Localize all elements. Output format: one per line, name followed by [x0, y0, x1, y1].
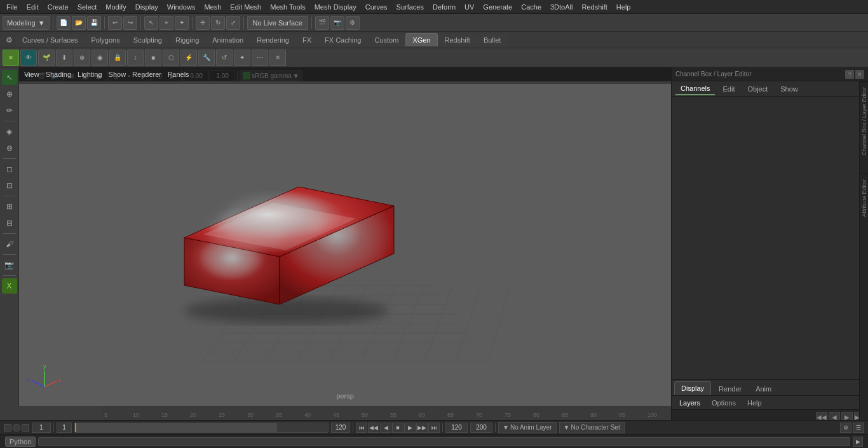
extrude-btn[interactable]: ⊟ — [2, 215, 17, 231]
play-begin-btn[interactable]: ⏮ — [356, 423, 367, 433]
current-frame-input[interactable] — [32, 423, 51, 433]
edge-tab-channel-box[interactable]: Channel Box / Layer Editor — [860, 81, 868, 161]
bevel-btn[interactable]: ⊞ — [2, 199, 17, 214]
vp-menu-shading[interactable]: Shading — [43, 69, 74, 79]
win-minimize[interactable] — [13, 424, 20, 431]
channels-tab-edit[interactable]: Edit — [717, 83, 740, 95]
play-back-btn[interactable]: ◀ — [380, 423, 391, 433]
panel-help-btn[interactable]: ? — [845, 70, 854, 79]
step-fwd-btn[interactable]: ▶▶ — [416, 423, 428, 433]
xgen-eye-btn[interactable]: ◉ — [92, 50, 108, 66]
tab-rigging[interactable]: Rigging — [169, 34, 205, 46]
menu-modify[interactable]: Modify — [102, 2, 130, 12]
tab-sculpting[interactable]: Sculpting — [127, 34, 168, 46]
playback-range[interactable] — [74, 423, 329, 433]
menu-select[interactable]: Select — [74, 2, 101, 12]
3d-scene[interactable]: x y z persp — [19, 98, 671, 406]
layers-tab-options[interactable]: Options — [707, 398, 741, 408]
live-surface-btn[interactable]: No Live Surface — [247, 16, 308, 30]
layers-tab-layers[interactable]: Layers — [674, 398, 705, 408]
play-fwd-btn[interactable]: ▶ — [404, 423, 416, 433]
win-restore[interactable] — [22, 424, 29, 431]
tab-bullet[interactable]: Bullet — [477, 34, 508, 46]
xgen-wrench-btn[interactable]: 🔧 — [198, 50, 215, 66]
tab-settings-btn[interactable]: ⚙ — [3, 34, 15, 46]
ipr-btn[interactable]: 📷 — [330, 16, 344, 30]
python-run-btn[interactable]: ▶ — [853, 437, 863, 447]
menu-uv[interactable]: UV — [461, 2, 478, 12]
xgen-lock-btn[interactable]: 🔒 — [109, 50, 126, 66]
undo-btn[interactable]: ↩ — [108, 16, 122, 30]
frame-rate-input[interactable] — [445, 423, 468, 433]
xgen-nav-btn[interactable]: X — [2, 278, 17, 294]
vp-menu-view[interactable]: View — [22, 69, 42, 79]
xgen-square-btn[interactable]: ■ — [145, 50, 161, 66]
tab-fx-caching[interactable]: FX Caching — [318, 34, 367, 46]
component-btn[interactable]: ⊡ — [2, 178, 17, 193]
menu-deform[interactable]: Deform — [429, 2, 459, 12]
menu-surfaces[interactable]: Surfaces — [393, 2, 428, 12]
xgen-plant-btn[interactable]: 🌱 — [38, 50, 55, 66]
display-tab-render[interactable]: Render — [712, 383, 748, 395]
menu-mesh-tools[interactable]: Mesh Tools — [266, 2, 309, 12]
tab-rendering[interactable]: Rendering — [250, 34, 295, 46]
panel-close-btn[interactable]: ✕ — [855, 70, 864, 79]
menu-help[interactable]: Help — [613, 2, 635, 12]
no-char-set-btn[interactable]: ▼ No Character Set — [559, 422, 625, 433]
menu-mesh[interactable]: Mesh — [200, 2, 225, 12]
pivot-btn[interactable]: ⊚ — [2, 140, 17, 156]
xgen-add-btn[interactable]: ⊕ — [74, 50, 90, 66]
win-icon[interactable] — [4, 424, 11, 431]
menu-generate[interactable]: Generate — [479, 2, 516, 12]
vp-menu-panels[interactable]: Panels — [165, 69, 192, 79]
save-scene-btn[interactable]: 💾 — [87, 16, 101, 30]
range-end-input[interactable] — [331, 423, 350, 433]
tab-polygons[interactable]: Polygons — [85, 34, 126, 46]
xgen-hex-btn[interactable]: ⬡ — [163, 50, 179, 66]
python-input[interactable] — [38, 437, 850, 446]
settings-btn[interactable]: ☰ — [853, 423, 864, 433]
menu-display[interactable]: Display — [132, 2, 162, 12]
edge-tab-attribute-editor[interactable]: Attribute Editor — [860, 173, 868, 222]
vp-menu-lighting[interactable]: Lighting — [75, 69, 105, 79]
lasso-tool-btn[interactable]: ⌖ — [159, 16, 173, 30]
xgen-visibility-btn[interactable]: 👁 — [20, 50, 37, 66]
xgen-brush-btn[interactable]: ✦ — [234, 50, 250, 66]
redo-btn[interactable]: ↪ — [123, 16, 137, 30]
no-anim-layer-btn[interactable]: ▼ No Anim Layer — [498, 422, 557, 433]
channels-tab-channels[interactable]: Channels — [675, 83, 715, 95]
sculpt-btn[interactable]: 🖌 — [2, 236, 17, 252]
transform-btn[interactable]: ⊕ — [2, 86, 17, 102]
xgen-close-btn[interactable]: ✕ — [269, 50, 286, 66]
play-end-btn[interactable]: ⏭ — [428, 423, 440, 433]
python-label[interactable]: Python — [5, 437, 36, 447]
channels-tab-object[interactable]: Object — [742, 83, 773, 95]
tab-curves-surfaces[interactable]: Curves / Surfaces — [16, 34, 84, 46]
vp-menu-renderer[interactable]: Renderer — [130, 69, 164, 79]
layers-tab-help[interactable]: Help — [742, 398, 767, 408]
show-hide-btn[interactable]: ◻ — [2, 161, 17, 177]
select-mode-btn[interactable]: ↖ — [2, 70, 17, 85]
xgen-import-btn[interactable]: ⬇ — [56, 50, 72, 66]
xgen-icon-btn[interactable]: ✕ — [3, 50, 19, 66]
display-tab-display[interactable]: Display — [674, 381, 711, 395]
xgen-arrow-btn[interactable]: ↕ — [127, 50, 144, 66]
menu-file[interactable]: File — [3, 2, 22, 12]
tab-animation[interactable]: Animation — [206, 34, 250, 46]
display-tab-anim[interactable]: Anim — [749, 383, 778, 395]
workspace-selector[interactable]: Modeling ▼ — [3, 16, 50, 30]
channels-tab-show[interactable]: Show — [775, 83, 803, 95]
render-btn[interactable]: 🎬 — [315, 16, 329, 30]
menu-edit[interactable]: Edit — [23, 2, 43, 12]
tab-custom[interactable]: Custom — [369, 34, 405, 46]
menu-edit-mesh[interactable]: Edit Mesh — [226, 2, 265, 12]
rotate-tool-btn[interactable]: ↻ — [211, 16, 225, 30]
step-back-btn[interactable]: ◀◀ — [368, 423, 379, 433]
xgen-lightning-btn[interactable]: ⚡ — [180, 50, 197, 66]
paint-btn[interactable]: ✏ — [2, 103, 17, 118]
menu-mesh-display[interactable]: Mesh Display — [311, 2, 360, 12]
tab-fx[interactable]: FX — [296, 34, 318, 46]
scale-tool-btn[interactable]: ⤢ — [226, 16, 240, 30]
new-scene-btn[interactable]: 📄 — [57, 16, 71, 30]
menu-create[interactable]: Create — [44, 2, 72, 12]
